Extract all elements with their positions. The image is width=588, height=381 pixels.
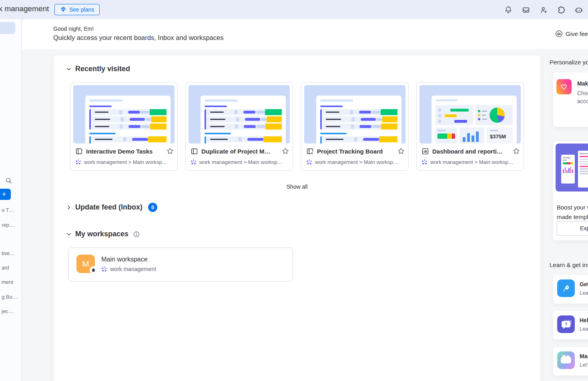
- sidebar-item[interactable]: ard: [2, 265, 9, 271]
- pie-chart-graphic: [490, 108, 505, 123]
- board-card-title: Dashboard and reporti…: [432, 148, 509, 155]
- my-workspaces-header[interactable]: My workspaces: [66, 230, 140, 238]
- board-breadcrumb: work management > Main worksp…: [315, 159, 398, 165]
- workspace-product-label: work management: [110, 266, 156, 272]
- show-all-row: Show all: [54, 183, 540, 190]
- learn-section-title: Learn & get inspired: [550, 261, 588, 268]
- mini-screenshot-label: Strategic plan: [563, 156, 571, 161]
- board-card-dashboard-and-reporting[interactable]: $375M Dashboard and reporti…: [416, 82, 524, 171]
- learn-item-description: Learn how monday.com works: [580, 290, 588, 296]
- recently-visited-header[interactable]: Recently visited: [66, 65, 130, 73]
- inbox-tray-icon[interactable]: [521, 5, 531, 15]
- product-name: work management: [0, 4, 49, 13]
- sidebar-item[interactable]: rep…: [2, 222, 14, 228]
- make-it-yours-card[interactable]: Make it yours Choose the look of your ac…: [553, 72, 588, 127]
- board-card-title: Project Tracking Board: [317, 148, 394, 155]
- board-icon: [191, 148, 198, 155]
- board-card-title: Duplicate of Project M…: [201, 148, 278, 155]
- work-management-logo-icon: [306, 159, 312, 165]
- see-plans-button[interactable]: See plans: [54, 4, 100, 15]
- dashboard-preview-thumbnail: $375M: [419, 85, 521, 144]
- mini-screenshot-label: Marketing: [580, 152, 588, 155]
- board-card-interactive-demo-tasks[interactable]: Interactive Demo Tasks work management >…: [70, 82, 178, 171]
- work-management-logo-icon: [421, 159, 427, 165]
- board-preview-thumbnail: [189, 85, 290, 144]
- give-feedback-button[interactable]: Give feedback: [555, 30, 588, 38]
- personalize-section-title: Personalize your experience: [550, 59, 588, 66]
- topbar-icon-group: [504, 5, 584, 15]
- chevron-right-icon: [66, 204, 72, 211]
- favorite-star-icon[interactable]: [512, 147, 520, 155]
- sidebar-item[interactable]: jec…: [2, 308, 14, 314]
- chevron-down-icon: [66, 231, 72, 237]
- left-sidebar: + o T… rep… tive… ard ment g Bo… jec…: [0, 19, 22, 381]
- board-breadcrumb: work management > Main worksp…: [199, 159, 283, 165]
- section-title: My workspaces: [75, 230, 128, 238]
- board-card-duplicate-of-project[interactable]: Duplicate of Project M… work management …: [185, 82, 293, 171]
- favorite-star-icon[interactable]: [281, 147, 289, 155]
- learn-item-description: Learn and get support: [580, 326, 588, 332]
- add-button[interactable]: +: [0, 189, 11, 200]
- work-management-logo-icon: [191, 159, 197, 165]
- see-plans-label: See plans: [69, 6, 94, 13]
- section-title: Recently visited: [75, 65, 130, 73]
- assistant-robot-icon[interactable]: [574, 5, 584, 15]
- workspace-card-main-workspace[interactable]: M Main workspace work management: [68, 247, 293, 281]
- learn-item-title: Getting started: [580, 281, 588, 287]
- learn-item-getting-started[interactable]: Getting started Learn how monday.com wor…: [553, 274, 588, 304]
- board-preview-thumbnail: [73, 85, 175, 144]
- shared-board-icon: [306, 148, 314, 155]
- unread-count-badge: 0: [148, 203, 157, 212]
- home-badge-icon: [90, 266, 97, 274]
- apps-marketplace-icon[interactable]: [556, 5, 566, 15]
- templates-illustration: Strategic plan Marketing: [556, 144, 588, 191]
- info-icon[interactable]: [133, 231, 140, 237]
- make-card-title: Make it yours: [577, 80, 588, 87]
- academy-icon: [557, 351, 575, 369]
- update-feed-header[interactable]: Update feed (Inbox) 0: [66, 203, 157, 212]
- gem-icon: [60, 6, 66, 13]
- greeting-text: Good night, Em!: [53, 26, 94, 32]
- dashboard-icon: [421, 148, 429, 155]
- feedback-label: Give feedback: [566, 30, 588, 37]
- invite-members-icon[interactable]: [539, 5, 548, 15]
- sidebar-item[interactable]: tive…: [2, 250, 15, 256]
- heart-icon: [556, 79, 572, 94]
- learn-item-title: Help center: [580, 317, 588, 323]
- make-card-description: Choose the look of your account and prof…: [577, 89, 588, 105]
- board-breadcrumb: work management > Main worksp…: [84, 159, 167, 165]
- board-breadcrumb: work management > Main worksp…: [430, 159, 514, 165]
- board-icon: [75, 148, 83, 155]
- workspace-name: Main workspace: [101, 256, 148, 263]
- rocket-icon: [557, 279, 575, 297]
- search-icon[interactable]: [5, 177, 12, 184]
- favorite-star-icon[interactable]: [166, 147, 174, 155]
- explore-templates-label: Explore templates: [580, 225, 588, 231]
- notifications-bell-icon[interactable]: [504, 5, 513, 15]
- learn-item-help-center[interactable]: ? Help center Learn and get support: [553, 310, 588, 340]
- help-bubble-icon: ?: [557, 315, 575, 333]
- page-header: Good night, Em! Quickly access your rece…: [22, 19, 588, 49]
- top-bar: work management See plans: [0, 0, 588, 19]
- dashboard-stat-value: $375M: [490, 134, 510, 140]
- board-preview-thumbnail: [304, 85, 405, 144]
- learn-item-title: Master monday.com: [580, 353, 588, 359]
- board-card-project-tracking-board[interactable]: Project Tracking Board work management >…: [301, 82, 409, 171]
- learn-item-description: Let's learn together: [580, 362, 588, 368]
- sidebar-item[interactable]: ment: [2, 279, 13, 285]
- feedback-bubble-icon: [555, 30, 563, 38]
- greeting-subtitle: Quickly access your recent boards, Inbox…: [53, 34, 224, 42]
- chevron-down-icon: [66, 66, 72, 72]
- sidebar-item-home[interactable]: [0, 22, 15, 34]
- sidebar-item[interactable]: g Bo…: [2, 294, 18, 300]
- show-all-link[interactable]: Show all: [287, 184, 308, 190]
- board-card-title: Interactive Demo Tasks: [86, 148, 163, 155]
- favorite-star-icon[interactable]: [397, 147, 405, 155]
- templates-card-text: Boost your workflow with ready-made temp…: [557, 203, 588, 222]
- learn-item-master-monday[interactable]: Master monday.com Let's learn together: [553, 346, 588, 376]
- explore-templates-button[interactable]: Explore templates: [557, 221, 588, 235]
- work-management-logo-icon: [75, 159, 81, 165]
- sidebar-item[interactable]: o T…: [2, 207, 14, 213]
- templates-card: Strategic plan Marketing Boost your work…: [553, 141, 588, 241]
- home-main-card: Recently visited: [53, 55, 541, 381]
